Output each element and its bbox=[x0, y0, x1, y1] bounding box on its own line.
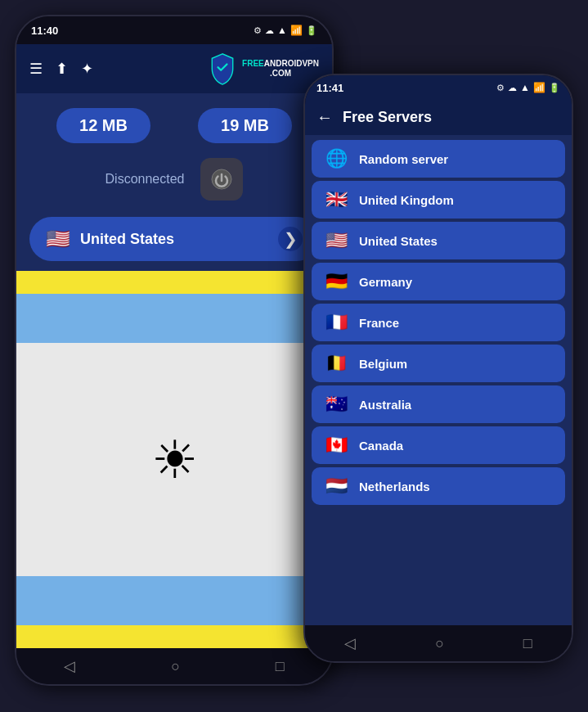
server-name-be: Belgium bbox=[359, 357, 407, 371]
logo-container: FREEANDROIDVPN .COM bbox=[208, 52, 319, 85]
wifi-icon: ▲ bbox=[277, 25, 287, 36]
logo-shield-icon bbox=[208, 52, 237, 85]
server-flag-ca: 🇨🇦 bbox=[323, 435, 349, 456]
menu-icon[interactable]: ☰ bbox=[29, 60, 43, 78]
server-item-us[interactable]: 🇺🇸United States bbox=[312, 222, 565, 259]
server-name-random: Random server bbox=[359, 152, 448, 166]
star-icon[interactable]: ✦ bbox=[81, 60, 93, 78]
phone1-topbar: ☰ ⬆ ✦ FREEANDROIDVPN .COM bbox=[16, 44, 332, 93]
phone2-battery-icon: 🔋 bbox=[549, 83, 560, 93]
phone1-navbar: ◁ ○ □ bbox=[16, 648, 332, 684]
phone2-back-button[interactable]: ◁ bbox=[344, 634, 356, 652]
server-name-de: Germany bbox=[359, 275, 412, 289]
server-flag-random: 🌐 bbox=[323, 148, 349, 169]
server-list: 🌐Random server🇬🇧United Kingdom🇺🇸United S… bbox=[305, 135, 572, 625]
server-flag-us: 🇺🇸 bbox=[323, 230, 349, 251]
scene: 11:40 ⚙ ☁ ▲ 📶 🔋 ☰ ⬆ ✦ bbox=[0, 0, 588, 712]
phone2-wifi-icon: ▲ bbox=[520, 82, 530, 93]
argentina-flag-yellow-bottom bbox=[16, 625, 332, 648]
phone2-time: 11:41 bbox=[316, 82, 343, 94]
argentina-flag-yellow-top bbox=[16, 271, 332, 294]
signal-icon: 📶 bbox=[290, 25, 303, 36]
server-flag-uk: 🇬🇧 bbox=[323, 189, 349, 210]
chevron-down-icon[interactable]: ❯ bbox=[278, 227, 303, 251]
server-item-ca[interactable]: 🇨🇦Canada bbox=[312, 426, 565, 464]
phone2-navbar: ◁ ○ □ bbox=[305, 625, 572, 661]
argentina-sun-icon: ☀ bbox=[151, 430, 198, 490]
connection-status: Disconnected bbox=[105, 172, 185, 187]
country-selector[interactable]: 🇺🇸 United States ❯ bbox=[29, 217, 319, 261]
battery-icon: 🔋 bbox=[306, 25, 317, 36]
server-item-uk[interactable]: 🇬🇧United Kingdom bbox=[312, 181, 565, 219]
phone2-statusbar: 11:41 ⚙ ☁ ▲ 📶 🔋 bbox=[305, 75, 572, 100]
share-icon[interactable]: ⬆ bbox=[56, 60, 68, 78]
phone1-content: ☰ ⬆ ✦ FREEANDROIDVPN .COM bbox=[16, 44, 332, 648]
phone2-status-icons: ⚙ ☁ ▲ 📶 🔋 bbox=[496, 82, 560, 93]
server-flag-au: 🇦🇺 bbox=[323, 394, 349, 415]
phone1-time: 11:40 bbox=[31, 25, 58, 37]
server-name-au: Australia bbox=[359, 398, 411, 412]
server-item-de[interactable]: 🇩🇪Germany bbox=[312, 263, 565, 300]
argentina-flag-blue-bottom bbox=[16, 576, 332, 625]
server-flag-nl: 🇳🇱 bbox=[323, 475, 349, 497]
server-name-nl: Netherlands bbox=[359, 480, 430, 493]
selected-country-flag: 🇺🇸 bbox=[46, 228, 70, 250]
stats-row: 12 MB 19 MB bbox=[16, 93, 332, 151]
server-flag-de: 🇩🇪 bbox=[323, 271, 349, 292]
recent-button[interactable]: □ bbox=[276, 658, 285, 675]
upload-stat: 19 MB bbox=[198, 108, 292, 143]
server-name-us: United States bbox=[359, 234, 438, 248]
phone1-status-icons: ⚙ ☁ ▲ 📶 🔋 bbox=[254, 25, 317, 36]
topbar-icons: ☰ ⬆ ✦ bbox=[29, 60, 93, 78]
disconnect-row: Disconnected bbox=[16, 151, 332, 207]
flag-area: ☀ bbox=[16, 271, 332, 648]
server-name-fr: France bbox=[359, 316, 399, 330]
power-button[interactable] bbox=[200, 158, 243, 201]
power-icon bbox=[210, 168, 233, 191]
server-item-nl[interactable]: 🇳🇱Netherlands bbox=[312, 467, 565, 505]
server-flag-fr: 🇫🇷 bbox=[323, 312, 349, 333]
server-name-ca: Canada bbox=[359, 439, 403, 453]
server-name-uk: United Kingdom bbox=[359, 193, 454, 207]
phone2: 11:41 ⚙ ☁ ▲ 📶 🔋 ← Free Servers 🌐Random s… bbox=[303, 74, 573, 663]
logo-text: FREEANDROIDVPN .COM bbox=[242, 59, 319, 79]
argentina-flag-white: ☀ bbox=[16, 343, 332, 576]
server-item-au[interactable]: 🇦🇺Australia bbox=[312, 385, 565, 423]
back-arrow-icon[interactable]: ← bbox=[316, 108, 333, 127]
server-flag-be: 🇧🇪 bbox=[323, 353, 349, 374]
phone2-home-button[interactable]: ○ bbox=[435, 635, 444, 652]
back-button[interactable]: ◁ bbox=[64, 657, 75, 675]
selected-country-name: United States bbox=[80, 231, 268, 248]
phone2-topbar: ← Free Servers bbox=[305, 100, 572, 135]
phone2-cloud-icon: ☁ bbox=[508, 83, 517, 93]
phone2-settings-icon: ⚙ bbox=[496, 83, 505, 93]
server-item-be[interactable]: 🇧🇪Belgium bbox=[312, 345, 565, 382]
free-servers-title: Free Servers bbox=[343, 109, 432, 126]
download-stat: 12 MB bbox=[56, 108, 150, 143]
home-button[interactable]: ○ bbox=[171, 658, 180, 675]
cloud-icon: ☁ bbox=[265, 25, 274, 36]
phone2-signal-icon: 📶 bbox=[533, 82, 545, 93]
settings-icon: ⚙ bbox=[254, 25, 262, 36]
phone2-recent-button[interactable]: □ bbox=[523, 635, 532, 652]
server-item-random[interactable]: 🌐Random server bbox=[312, 140, 565, 178]
phone1-statusbar: 11:40 ⚙ ☁ ▲ 📶 🔋 bbox=[16, 16, 332, 44]
argentina-flag-blue-top bbox=[16, 294, 332, 343]
server-item-fr[interactable]: 🇫🇷France bbox=[312, 304, 565, 341]
phone1: 11:40 ⚙ ☁ ▲ 📶 🔋 ☰ ⬆ ✦ bbox=[15, 15, 334, 686]
